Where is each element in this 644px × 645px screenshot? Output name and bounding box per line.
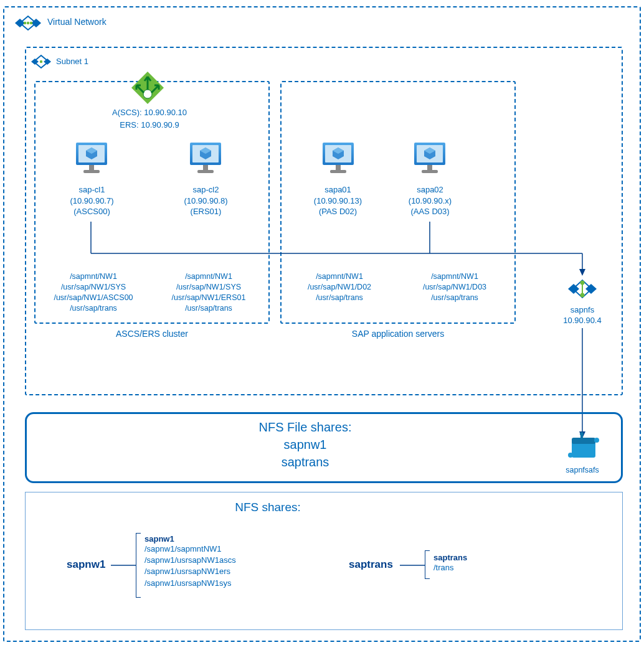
nfs-share2: saptrans — [224, 455, 386, 469]
sapnfsafs-label: sapnfsafs — [557, 466, 607, 474]
shares-title: NFS shares: — [187, 501, 349, 514]
endpoint-icon — [566, 274, 599, 304]
share2-details: saptrans /trans — [433, 553, 467, 573]
svg-point-51 — [568, 453, 573, 458]
storage-icon — [566, 431, 600, 463]
svg-rect-50 — [572, 438, 595, 444]
sapnfs-label: sapnfs 10.90.90.4 — [554, 305, 610, 326]
share2-name: saptrans — [349, 558, 393, 571]
share1-name: sapnw1 — [67, 558, 105, 571]
bracket-icon — [425, 550, 430, 579]
svg-point-54 — [580, 432, 584, 436]
nfs-share1: sapnw1 — [224, 438, 386, 452]
connector-bus — [0, 0, 644, 479]
connector-line — [111, 565, 136, 566]
bracket-icon — [136, 533, 141, 598]
nfs-title: NFS File shares: — [224, 420, 386, 435]
diagram-canvas: Virtual Network Subnet 1 ASCS/ERS cluste… — [0, 0, 644, 645]
connector-line — [400, 565, 425, 566]
svg-point-52 — [594, 438, 599, 443]
share1-details: sapnw1 /sapnw1/sapmntNW1 /sapnw1/usrsapN… — [144, 534, 236, 589]
